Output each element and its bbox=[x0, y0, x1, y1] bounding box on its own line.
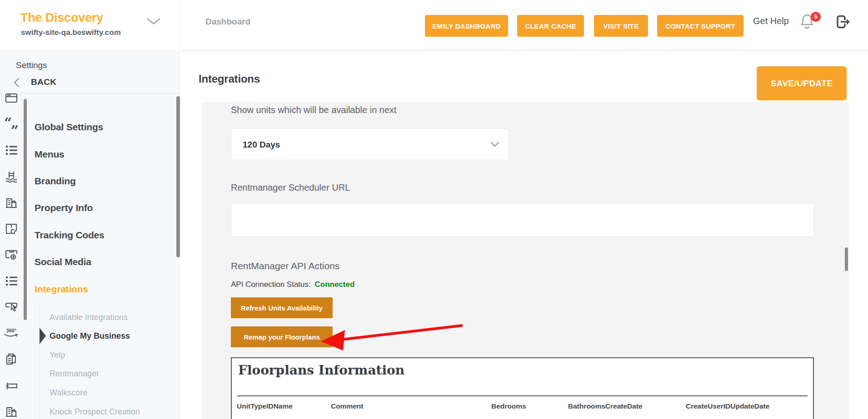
back-button[interactable]: BACK bbox=[14, 76, 68, 89]
logout-icon[interactable] bbox=[834, 14, 851, 30]
availability-select[interactable]: 120 Days bbox=[231, 128, 509, 160]
floorplans-panel: Floorplans Information UnitTypeIDName Co… bbox=[231, 357, 814, 419]
sidebar-item-menus[interactable]: Menus bbox=[35, 149, 65, 160]
sidebar-subitem-available-integrations[interactable]: Available Integrations bbox=[50, 313, 128, 322]
list-icon[interactable] bbox=[5, 144, 18, 157]
sidebar: Settings BACK “„ 360° Global Settings Me… bbox=[0, 50, 180, 419]
list-icon[interactable] bbox=[5, 275, 18, 287]
active-subitem-marker bbox=[40, 328, 46, 344]
column-header-createuseridupdatedate: CreateUserIDUpdateDate bbox=[686, 402, 769, 410]
back-label: BACK bbox=[31, 77, 57, 87]
sidebar-divider bbox=[0, 93, 180, 94]
subnav-guide-line bbox=[39, 303, 40, 419]
column-header-bathroomscreatedate: BathroomsCreateDate bbox=[568, 402, 643, 410]
api-actions-heading: RentManager API Actions bbox=[231, 261, 339, 271]
sidebar-item-global-settings[interactable]: Global Settings bbox=[35, 122, 103, 133]
banner-icon[interactable] bbox=[5, 379, 18, 392]
floorplans-title: Floorplans Information bbox=[238, 363, 404, 378]
back-chevron-icon bbox=[14, 78, 20, 88]
page-title: Integrations bbox=[199, 73, 260, 85]
menu-scrollbar[interactable] bbox=[176, 96, 180, 257]
clear-cache-button[interactable]: CLEAR CACHE bbox=[517, 15, 584, 37]
refresh-units-button[interactable]: Refresh Units Availability bbox=[231, 297, 333, 318]
select-chevron-icon bbox=[490, 142, 499, 147]
availability-select-value: 120 Days bbox=[243, 140, 280, 150]
main-scrollbar[interactable] bbox=[845, 247, 848, 271]
notification-badge: 5 bbox=[811, 12, 821, 22]
buildings-icon[interactable] bbox=[5, 196, 18, 209]
documents-icon[interactable] bbox=[5, 353, 18, 365]
rail-scrollbar[interactable] bbox=[24, 99, 27, 320]
360-icon-text: 360° bbox=[6, 328, 17, 333]
buildings-icon[interactable] bbox=[5, 405, 18, 418]
sidebar-item-integrations[interactable]: Integrations bbox=[35, 284, 88, 295]
column-header-bedrooms: Bedrooms bbox=[491, 402, 526, 410]
pool-icon[interactable] bbox=[5, 170, 18, 183]
sidebar-subitem-google-my-business[interactable]: Google My Business bbox=[50, 331, 130, 341]
get-help-link[interactable]: Get Help bbox=[753, 16, 789, 26]
property-switcher-chevron-icon[interactable] bbox=[147, 18, 160, 25]
dashboard-link[interactable]: Dashboard bbox=[205, 17, 250, 27]
sidebar-item-social-media[interactable]: Social Media bbox=[35, 256, 91, 267]
sidebar-subitem-yelp[interactable]: Yelp bbox=[50, 350, 65, 360]
emily-dashboard-button[interactable]: EMILY DASHBOARD bbox=[425, 15, 508, 37]
contact-support-button[interactable]: CONTACT SUPPORT bbox=[657, 15, 743, 37]
save-update-button[interactable]: SAVE/UPDATE bbox=[757, 66, 847, 100]
sidebar-item-tracking-codes[interactable]: Tracking Codes bbox=[35, 230, 105, 241]
api-status-line: API Connection Status: Connected bbox=[231, 280, 354, 289]
brand-domain: swifty-site-qa.beswifty.com bbox=[21, 28, 121, 37]
column-header-comment: Comment bbox=[331, 402, 363, 410]
sidebar-header: The Discovery swifty-site-qa.beswifty.co… bbox=[0, 0, 180, 50]
sidebar-section-label: Settings bbox=[16, 60, 47, 70]
sidebar-item-branding[interactable]: Branding bbox=[35, 176, 76, 187]
tap-icon[interactable] bbox=[5, 301, 18, 313]
column-header-unittypeidname: UnitTypeIDName bbox=[237, 402, 293, 410]
floorplans-header-rule bbox=[237, 395, 808, 396]
sidebar-subitem-knock-prospect-creation[interactable]: Knock Prospect Creation bbox=[50, 407, 140, 417]
api-status-label: API Connection Status: bbox=[231, 280, 311, 289]
sidebar-item-property-info[interactable]: Property Info bbox=[35, 202, 93, 213]
api-status-value: Connected bbox=[315, 280, 355, 289]
visit-site-button[interactable]: VISIT SITE bbox=[594, 15, 648, 37]
sidebar-subitem-walkscore[interactable]: Walkscore bbox=[50, 388, 87, 398]
availability-label: Show units which will be available in ne… bbox=[231, 105, 397, 115]
scheduler-url-label: Rentmanager Scheduler URL bbox=[231, 182, 350, 193]
sidebar-subitem-rentmanager[interactable]: Rentmanager bbox=[50, 369, 99, 379]
360-icon[interactable]: 360° bbox=[2, 328, 20, 338]
window-gear-icon[interactable] bbox=[5, 248, 18, 261]
scheduler-url-input[interactable] bbox=[231, 203, 814, 237]
remap-floorplans-button[interactable]: Remap your Floorplans bbox=[231, 326, 333, 347]
window-icon[interactable] bbox=[5, 92, 18, 104]
floorplan-icon[interactable] bbox=[5, 222, 18, 235]
quotes-icon[interactable]: “„ bbox=[4, 119, 18, 127]
brand-name: The Discovery bbox=[20, 11, 103, 25]
